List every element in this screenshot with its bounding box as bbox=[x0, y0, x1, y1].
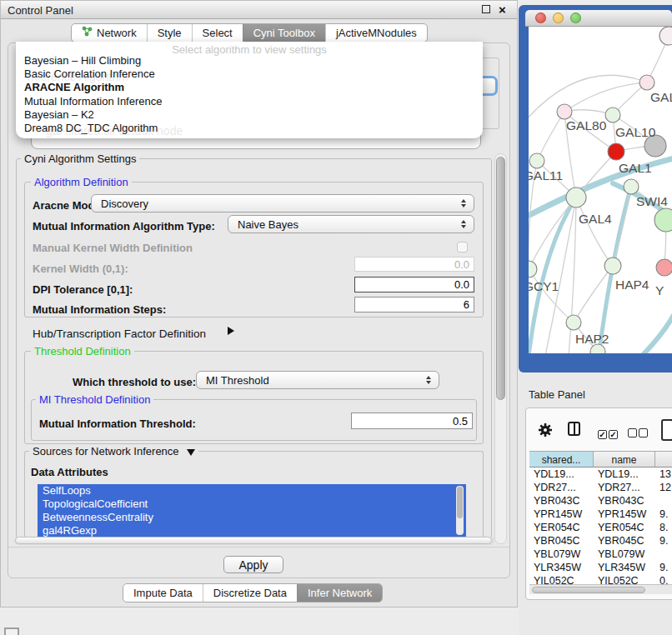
table-cell: YPR145W bbox=[594, 508, 655, 521]
column-header-name[interactable]: name bbox=[594, 451, 655, 468]
attr-list-scrollbar-track[interactable] bbox=[456, 486, 464, 535]
which-threshold-combo[interactable]: MI Threshold bbox=[196, 371, 439, 389]
table-row[interactable]: YPR145WYPR145W9. bbox=[529, 508, 672, 521]
columns-icon[interactable] bbox=[568, 422, 580, 436]
dpi-tolerance-input[interactable] bbox=[354, 277, 474, 292]
tab-impute-data[interactable]: Impute Data bbox=[123, 584, 203, 602]
settings-hscrollbar-thumb[interactable] bbox=[15, 537, 492, 544]
document-icon[interactable] bbox=[661, 419, 672, 441]
table-cell: YDR27... bbox=[529, 481, 594, 494]
gear-icon[interactable] bbox=[538, 422, 553, 438]
aracne-mode-value: Discovery bbox=[101, 198, 148, 210]
network-node-top-partial[interactable] bbox=[659, 27, 672, 45]
table-cell: YER054C bbox=[529, 521, 594, 534]
network-node-y[interactable] bbox=[656, 259, 672, 276]
spinner-arrows-icon bbox=[426, 376, 431, 384]
data-attribute-item-betweennesscentrality[interactable]: BetweennessCentrality bbox=[38, 511, 466, 524]
table-row[interactable]: YLR345WYLR345W9. bbox=[529, 561, 672, 574]
network-node-gal1[interactable] bbox=[608, 143, 624, 160]
table-row[interactable]: YDR27...YDR27...12 bbox=[529, 481, 672, 494]
network-canvas[interactable]: GALGAL80GAL10GAL1GAL11SWI4GAL4GCY1HAP4YH… bbox=[529, 27, 672, 353]
apply-button[interactable]: Apply bbox=[223, 556, 283, 573]
network-node-big-green[interactable] bbox=[654, 208, 672, 232]
table-panel-title: Table Panel bbox=[529, 388, 585, 401]
table-cell: YBL079W bbox=[594, 548, 655, 561]
table-row[interactable]: YBR043CYBR043C bbox=[529, 494, 672, 508]
table-cell: YIL052C bbox=[529, 574, 594, 584]
table-row[interactable]: YDL19...YDL19...13 bbox=[529, 468, 672, 481]
select-all-columns-icon[interactable]: ✓✓ bbox=[598, 426, 618, 441]
control-panel-window: Control Panel × NetworkStyleSelectCyni T… bbox=[0, 0, 518, 608]
network-node-gal[interactable] bbox=[639, 75, 654, 90]
data-attribute-item-gal4rgexp[interactable]: gal4RGexp bbox=[38, 524, 466, 537]
tab-style[interactable]: Style bbox=[147, 24, 192, 42]
table-body: YDL19...YDL19...13YDR27...YDR27...12YBR0… bbox=[529, 468, 672, 584]
tab-select[interactable]: Select bbox=[192, 24, 243, 42]
attr-list-scrollbar-thumb[interactable] bbox=[457, 487, 463, 518]
deselect-all-columns-icon[interactable] bbox=[628, 426, 648, 441]
column-header-2[interactable] bbox=[655, 451, 672, 468]
close-icon[interactable]: × bbox=[499, 6, 506, 14]
table-cell: YIL052C bbox=[594, 574, 655, 584]
threshold-definition-title: Threshold Definition bbox=[31, 345, 134, 358]
tab-label: Impute Data bbox=[133, 584, 193, 602]
mi-threshold-group-title: MI Threshold Definition bbox=[36, 393, 153, 406]
table-row[interactable]: YBL079WYBL079W bbox=[529, 548, 672, 561]
table-cell: YER054C bbox=[594, 521, 655, 534]
network-edge bbox=[537, 112, 564, 161]
algorithm-option-mutual-information-inference[interactable]: Mutual Information Inference bbox=[16, 95, 483, 108]
network-node-gal4[interactable] bbox=[566, 188, 586, 208]
close-traffic-light-icon[interactable] bbox=[535, 12, 546, 23]
network-edge bbox=[564, 82, 647, 112]
network-node-gal80[interactable] bbox=[557, 104, 572, 119]
settings-hscrollbar-track[interactable] bbox=[14, 537, 494, 545]
network-node-label: GAL4 bbox=[579, 212, 612, 226]
table-hscrollbar-thumb[interactable] bbox=[532, 587, 645, 593]
table-panel-region: Table Panel ✓✓ shared.. bbox=[519, 372, 672, 635]
data-attribute-item-selfloops[interactable]: SelfLoops bbox=[38, 484, 466, 498]
data-attribute-item-topologicalcoefficient[interactable]: TopologicalCoefficient bbox=[38, 498, 466, 511]
cyni-algorithm-settings-title: Cyni Algorithm Settings bbox=[21, 152, 139, 165]
algorithm-option-bayesian-hill-climbing[interactable]: Bayesian – Hill Climbing bbox=[16, 54, 483, 68]
table-row[interactable]: YIL052CYIL052C0. bbox=[529, 574, 672, 584]
network-node-gal10[interactable] bbox=[605, 108, 620, 122]
network-node-hap4[interactable] bbox=[604, 258, 621, 274]
settings-scrollbar-track[interactable] bbox=[494, 153, 507, 544]
network-node-gcy1[interactable] bbox=[529, 261, 537, 278]
network-node-hap2[interactable] bbox=[566, 315, 581, 330]
expand-arrow-icon[interactable] bbox=[228, 327, 234, 335]
tab-cyni-toolbox[interactable]: Cyni Toolbox bbox=[243, 24, 325, 42]
aracne-mode-combo[interactable]: Discovery bbox=[91, 194, 474, 212]
kernel-width-input[interactable] bbox=[354, 257, 474, 272]
data-attributes-label: Data Attributes bbox=[31, 466, 108, 478]
table-cell: YBR045C bbox=[529, 534, 594, 548]
kernel-width-label: Kernel Width (0,1): bbox=[33, 262, 128, 275]
zoom-traffic-light-icon[interactable] bbox=[570, 12, 581, 23]
manual-kernel-checkbox[interactable] bbox=[457, 242, 468, 252]
minimize-traffic-light-icon[interactable] bbox=[553, 12, 564, 23]
table-cell: 12 bbox=[655, 481, 672, 494]
network-node-label: HAP4 bbox=[615, 278, 649, 292]
collapse-arrow-icon[interactable] bbox=[187, 449, 195, 456]
table-row[interactable]: YER054CYER054C8. bbox=[529, 521, 672, 534]
hub-section-label: Hub/Transcription Factor Definition bbox=[33, 328, 206, 340]
settings-scrollbar-thumb[interactable] bbox=[496, 157, 505, 400]
data-attributes-list[interactable]: SelfLoopsTopologicalCoefficientBetweenne… bbox=[38, 484, 466, 537]
network-node-swi4[interactable] bbox=[624, 179, 639, 194]
mi-steps-input[interactable] bbox=[354, 297, 474, 312]
mi-threshold-input[interactable] bbox=[351, 412, 473, 429]
screen: Control Panel × NetworkStyleSelectCyni T… bbox=[0, 0, 672, 635]
algorithm-option-bayesian-k2[interactable]: Bayesian – K2 bbox=[16, 108, 483, 122]
table-row[interactable]: YBR045CYBR045C9. bbox=[529, 534, 672, 548]
float-window-icon[interactable] bbox=[482, 5, 490, 13]
mi-type-combo[interactable]: Naive Bayes bbox=[228, 215, 474, 233]
tab-jactivemnodules[interactable]: jActiveMNodules bbox=[325, 24, 427, 42]
network-node-gal11[interactable] bbox=[529, 153, 544, 168]
tab-infer-network[interactable]: Infer Network bbox=[297, 584, 382, 602]
tab-label: jActiveMNodules bbox=[336, 24, 417, 42]
column-header-shared[interactable]: shared... bbox=[529, 451, 594, 468]
table-hscrollbar-track[interactable] bbox=[529, 584, 672, 594]
tab-network[interactable]: Network bbox=[72, 24, 147, 42]
network-node-label: HAP2 bbox=[575, 332, 609, 346]
tab-discretize-data[interactable]: Discretize Data bbox=[203, 584, 297, 602]
